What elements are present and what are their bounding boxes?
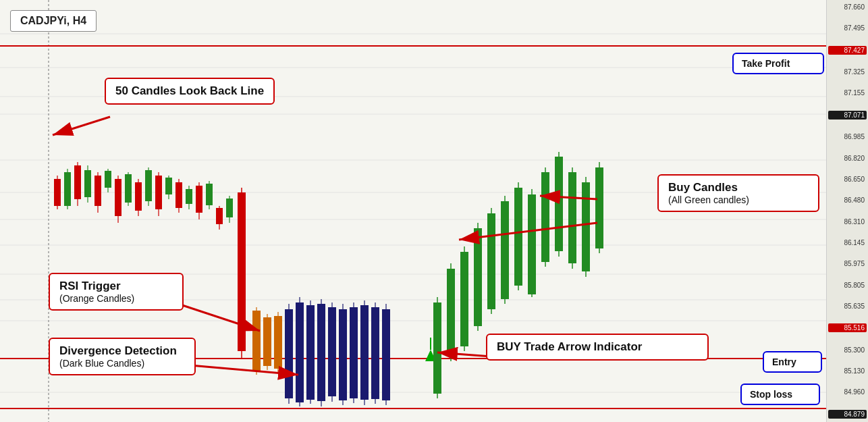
svg-rect-64 — [296, 302, 304, 402]
svg-rect-94 — [501, 201, 509, 299]
svg-rect-66 — [306, 305, 315, 400]
svg-rect-32 — [125, 174, 132, 203]
price-85805: 85.805 — [828, 282, 867, 289]
svg-rect-78 — [371, 307, 379, 399]
price-axis: 87.660 87.495 87.427 87.325 87.155 87.07… — [826, 0, 868, 422]
svg-rect-18 — [54, 179, 61, 206]
buy-arrow-annotation: BUY Trade Arrow Indicator — [486, 334, 709, 361]
price-86310: 86.310 — [828, 218, 867, 226]
svg-rect-104 — [568, 172, 576, 263]
price-87495: 87.495 — [828, 24, 867, 32]
svg-rect-74 — [350, 307, 358, 398]
buy-candles-subtitle: (All Green candles) — [668, 194, 809, 205]
rsi-trigger-title: RSI Trigger — [59, 280, 173, 293]
svg-rect-70 — [328, 307, 336, 396]
svg-rect-62 — [285, 309, 293, 398]
price-86650: 86.650 — [828, 176, 867, 183]
svg-rect-54 — [238, 192, 246, 351]
svg-rect-88 — [460, 252, 468, 346]
take-profit-annotation: Take Profit — [732, 53, 824, 74]
price-85516: 85.516 — [828, 323, 867, 332]
divergence-title: Divergence Detection — [59, 344, 185, 358]
svg-rect-90 — [474, 228, 482, 326]
svg-rect-30 — [115, 179, 121, 216]
price-85130: 85.130 — [828, 367, 867, 375]
price-87071-current: 87.071 — [828, 111, 867, 120]
lookback-line-annotation: 50 Candles Look Back Line — [105, 78, 275, 105]
svg-rect-80 — [382, 309, 390, 400]
stop-loss-label: Stop loss — [750, 389, 811, 400]
stop-loss-annotation: Stop loss — [740, 384, 820, 405]
svg-rect-100 — [541, 172, 549, 262]
lookback-line-title: 50 Candles Look Back Line — [115, 84, 264, 98]
price-87427: 87.427 — [828, 46, 867, 55]
svg-rect-44 — [186, 189, 192, 204]
entry-annotation: Entry — [763, 351, 822, 373]
svg-rect-50 — [216, 208, 223, 224]
price-87155: 87.155 — [828, 89, 867, 97]
svg-rect-76 — [360, 305, 369, 400]
svg-rect-28 — [105, 171, 111, 188]
svg-rect-52 — [226, 199, 233, 217]
rsi-trigger-annotation: RSI Trigger (Orange Candles) — [49, 273, 184, 311]
svg-rect-60 — [274, 316, 282, 369]
divergence-annotation: Divergence Detection (Dark Blue Candles) — [49, 338, 196, 375]
price-85300: 85.300 — [828, 346, 867, 354]
rsi-trigger-subtitle: (Orange Candles) — [59, 293, 173, 304]
svg-rect-96 — [514, 188, 522, 286]
svg-rect-68 — [317, 304, 325, 401]
svg-rect-22 — [74, 165, 81, 199]
symbol-label: CADJPYi, H4 — [10, 10, 97, 32]
buy-candles-title: Buy Candles — [668, 181, 809, 194]
svg-rect-86 — [447, 269, 455, 357]
price-85635: 85.635 — [828, 302, 867, 310]
svg-rect-84 — [433, 302, 441, 394]
svg-rect-20 — [64, 172, 71, 206]
svg-rect-48 — [206, 184, 213, 205]
price-86820: 86.820 — [828, 155, 867, 162]
price-84960: 84.960 — [828, 388, 867, 396]
price-87325: 87.325 — [828, 68, 867, 76]
svg-rect-72 — [339, 309, 347, 400]
svg-rect-92 — [487, 213, 495, 309]
price-86985: 86.985 — [828, 133, 867, 140]
svg-rect-34 — [135, 182, 142, 211]
price-86145: 86.145 — [828, 239, 867, 246]
chart-container: 87.660 87.495 87.427 87.325 87.155 87.07… — [0, 0, 868, 422]
price-87660: 87.660 — [828, 3, 867, 11]
svg-rect-36 — [145, 170, 152, 201]
svg-rect-42 — [175, 182, 182, 208]
buy-candles-annotation: Buy Candles (All Green candles) — [657, 174, 819, 212]
svg-rect-38 — [155, 176, 162, 209]
svg-rect-98 — [528, 194, 536, 294]
divergence-subtitle: (Dark Blue Candles) — [59, 358, 185, 369]
svg-rect-56 — [252, 311, 261, 371]
svg-rect-26 — [94, 176, 101, 206]
svg-rect-102 — [555, 157, 563, 251]
svg-rect-106 — [582, 182, 590, 271]
take-profit-label: Take Profit — [742, 58, 815, 69]
svg-rect-108 — [595, 167, 603, 248]
entry-label: Entry — [772, 357, 813, 367]
svg-rect-46 — [196, 186, 202, 213]
svg-rect-24 — [84, 170, 91, 197]
svg-rect-58 — [263, 317, 271, 366]
svg-rect-40 — [165, 178, 172, 194]
price-86480: 86.480 — [828, 196, 867, 204]
buy-arrow-title: BUY Trade Arrow Indicator — [497, 340, 698, 354]
symbol-text: CADJPYi, H4 — [20, 15, 86, 26]
price-84879: 84.879 — [828, 410, 867, 419]
price-85975: 85.975 — [828, 260, 867, 267]
